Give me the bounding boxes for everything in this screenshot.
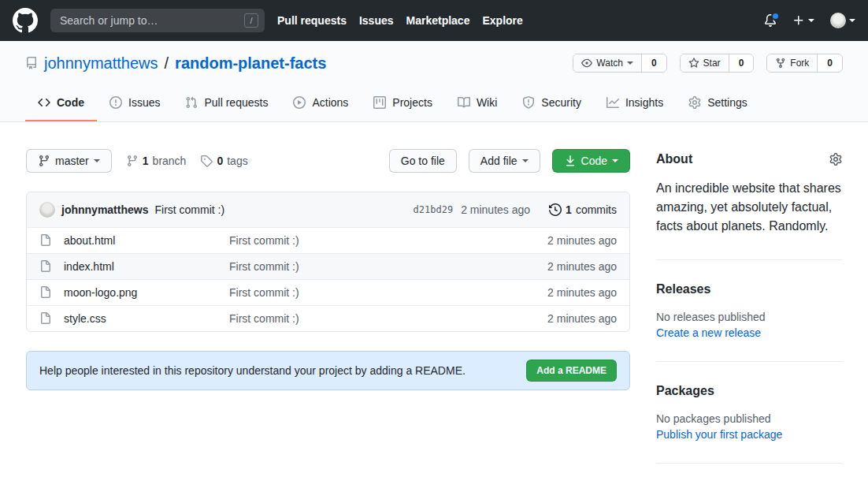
tab-label: Code: [57, 96, 84, 109]
file-icon: [39, 312, 52, 325]
repo-name-link[interactable]: random-planet-facts: [175, 54, 326, 73]
tab-label: Security: [541, 96, 581, 109]
repo-owner-link[interactable]: johnnymatthews: [44, 54, 158, 73]
latest-commit-bar: johnnymatthews First commit :) d21bd29 2…: [27, 192, 629, 227]
notifications-button[interactable]: [764, 14, 777, 27]
commit-message-link[interactable]: First commit :): [154, 203, 224, 216]
file-name-link[interactable]: index.html: [64, 260, 229, 273]
tab-security[interactable]: Security: [510, 85, 594, 121]
repo-icon: [25, 57, 38, 69]
header-right: [764, 13, 855, 28]
file-browser: johnnymatthews First commit :) d21bd29 2…: [26, 192, 630, 332]
watch-count[interactable]: 0: [641, 54, 666, 72]
banner-text: Help people interested in this repositor…: [39, 364, 466, 377]
tab-label: Actions: [312, 96, 348, 109]
chevron-down-icon: [612, 159, 618, 162]
breadcrumb-separator: /: [165, 54, 169, 73]
file-name-link[interactable]: style.css: [64, 312, 229, 325]
tab-wiki[interactable]: Wiki: [445, 85, 510, 121]
gear-icon: [688, 96, 701, 109]
avatar[interactable]: [39, 202, 55, 218]
tab-pull-requests[interactable]: Pull requests: [172, 85, 280, 121]
file-commit-time: 2 minutes ago: [547, 312, 617, 325]
file-name-link[interactable]: about.html: [64, 234, 229, 247]
tab-actions[interactable]: Actions: [280, 85, 361, 121]
branch-select-button[interactable]: master: [26, 149, 112, 173]
branch-icon: [126, 155, 139, 167]
commit-time: 2 minutes ago: [461, 203, 530, 216]
graph-icon: [606, 96, 619, 109]
file-commit-time: 2 minutes ago: [547, 286, 617, 299]
commits-history-link[interactable]: 1 commits: [549, 203, 617, 216]
pull-request-icon: [185, 96, 198, 109]
avatar: [830, 13, 846, 28]
nav-issues[interactable]: Issues: [359, 14, 394, 27]
releases-section: Releases No releases published Create a …: [656, 259, 842, 361]
repo-sidebar: About An incredible website that shares …: [656, 149, 842, 464]
nav-marketplace[interactable]: Marketplace: [406, 14, 470, 27]
readme-suggestion-banner: Help people interested in this repositor…: [26, 351, 630, 390]
branch-count: 1: [143, 155, 149, 167]
user-menu-button[interactable]: [830, 13, 855, 28]
tab-issues[interactable]: Issues: [97, 85, 172, 121]
plus-icon: [792, 14, 805, 27]
table-row[interactable]: style.css First commit :) 2 minutes ago: [27, 305, 629, 331]
add-readme-button[interactable]: Add a README: [526, 360, 617, 382]
tab-insights[interactable]: Insights: [594, 85, 676, 121]
nav-pull-requests[interactable]: Pull requests: [277, 14, 347, 27]
chevron-down-icon: [522, 159, 529, 162]
go-to-file-button[interactable]: Go to file: [389, 149, 457, 173]
file-commit-time: 2 minutes ago: [547, 234, 617, 247]
star-count[interactable]: 0: [729, 54, 754, 72]
commit-author-link[interactable]: johnnymatthews: [61, 203, 148, 216]
file-commit-message[interactable]: First commit :): [229, 312, 547, 325]
fork-count[interactable]: 0: [817, 54, 842, 72]
go-to-file-label: Go to file: [401, 155, 445, 167]
add-file-button[interactable]: Add file: [469, 149, 540, 173]
branch-icon: [38, 155, 50, 167]
create-new-button[interactable]: [792, 14, 814, 27]
fork-icon: [775, 58, 786, 69]
breadcrumb: johnnymatthews / random-planet-facts: [25, 54, 326, 73]
tags-link[interactable]: 0 tags: [200, 155, 247, 167]
file-icon: [39, 286, 52, 299]
nav-explore[interactable]: Explore: [482, 14, 522, 27]
github-logo-icon[interactable]: [13, 8, 38, 33]
about-title: About: [656, 152, 692, 166]
table-row[interactable]: moon-logo.png First commit :) 2 minutes …: [27, 279, 629, 305]
sidebar-divider: [656, 463, 842, 464]
star-icon: [688, 58, 699, 69]
fork-label: Fork: [790, 58, 809, 69]
publish-package-link[interactable]: Publish your first package: [656, 428, 842, 441]
tab-label: Issues: [128, 96, 160, 109]
table-row[interactable]: about.html First commit :) 2 minutes ago: [27, 227, 629, 253]
tag-icon: [200, 155, 213, 167]
branches-link[interactable]: 1 branch: [126, 155, 187, 167]
star-button[interactable]: Star 0: [680, 54, 755, 73]
notification-dot: [771, 12, 780, 20]
table-row[interactable]: index.html First commit :) 2 minutes ago: [27, 253, 629, 279]
create-release-link[interactable]: Create a new release: [656, 326, 842, 339]
file-name-link[interactable]: moon-logo.png: [64, 286, 229, 299]
book-icon: [458, 96, 470, 109]
search-input[interactable]: [50, 9, 265, 32]
tab-code[interactable]: Code: [25, 85, 97, 121]
file-commit-message[interactable]: First commit :): [229, 234, 547, 247]
file-commit-message[interactable]: First commit :): [229, 260, 547, 273]
fork-button[interactable]: Fork 0: [766, 54, 843, 73]
repo-social-actions: Watch 0 Star 0 Fork 0: [573, 54, 843, 73]
tab-label: Pull requests: [204, 96, 268, 109]
file-commit-message[interactable]: First commit :): [229, 286, 547, 299]
gear-icon[interactable]: [829, 153, 842, 166]
tab-projects[interactable]: Projects: [361, 85, 445, 121]
chevron-down-icon: [94, 159, 100, 162]
commit-hash-link[interactable]: d21bd29: [414, 204, 454, 215]
download-icon: [564, 155, 577, 167]
watch-button[interactable]: Watch 0: [573, 54, 666, 73]
play-icon: [293, 96, 306, 109]
releases-empty-text: No releases published: [656, 311, 842, 323]
code-icon: [38, 96, 50, 109]
chevron-down-icon: [849, 19, 855, 22]
tab-settings[interactable]: Settings: [676, 85, 760, 121]
code-download-button[interactable]: Code: [552, 149, 630, 173]
